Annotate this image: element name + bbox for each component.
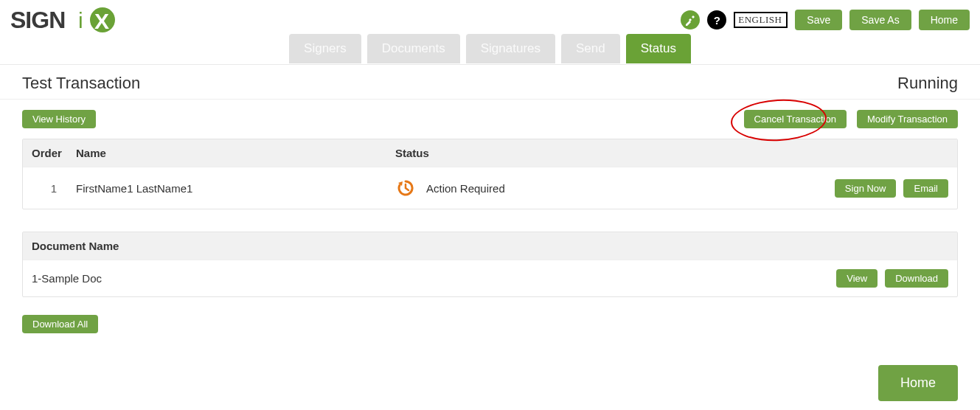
cancel-transaction-button[interactable]: Cancel Transaction <box>744 110 847 128</box>
row-order: 1 <box>32 182 76 195</box>
transaction-title: Test Transaction <box>22 74 140 93</box>
header-status: Status <box>395 147 808 159</box>
footer-home-button[interactable]: Home <box>878 365 958 401</box>
app-header: SIGN i X ? ENGLISH Save Save As Home <box>0 0 980 35</box>
logo: SIGN i X <box>10 5 121 35</box>
table-row: 1 FirstName1 LastName1 Action Required S… <box>23 167 957 209</box>
tools-icon[interactable] <box>681 10 700 29</box>
home-button[interactable]: Home <box>919 10 970 30</box>
documents-header: Document Name <box>23 232 957 260</box>
svg-text:X: X <box>94 9 109 33</box>
save-button[interactable]: Save <box>795 10 842 30</box>
documents-panel: Document Name 1-Sample Doc View Download <box>22 232 958 297</box>
save-as-button[interactable]: Save As <box>849 10 911 30</box>
view-button[interactable]: View <box>836 269 878 288</box>
language-selector[interactable]: ENGLISH <box>734 12 788 28</box>
download-button[interactable]: Download <box>885 269 948 288</box>
email-button[interactable]: Email <box>903 179 948 198</box>
header-actions-col <box>808 147 948 159</box>
document-actions: View Download <box>836 269 948 288</box>
sign-now-button[interactable]: Sign Now <box>835 179 897 198</box>
download-all-button[interactable]: Download All <box>22 315 98 333</box>
tab-signers[interactable]: Signers <box>289 34 361 63</box>
header-actions: ? ENGLISH Save Save As Home <box>681 10 970 30</box>
table-row: 1-Sample Doc View Download <box>23 260 957 296</box>
tab-signatures[interactable]: Signatures <box>466 34 555 63</box>
tab-status[interactable]: Status <box>626 34 691 63</box>
right-action-buttons: Cancel Transaction Modify Transaction <box>744 110 958 128</box>
svg-text:i: i <box>78 8 83 32</box>
page-title-row: Test Transaction Running <box>0 65 980 100</box>
row-actions: Sign Now Email <box>808 179 948 198</box>
view-history-button[interactable]: View History <box>22 110 96 128</box>
signers-panel: Order Name Status 1 FirstName1 LastName1… <box>22 139 958 209</box>
action-required-icon <box>395 178 416 198</box>
document-name: 1-Sample Doc <box>32 272 836 285</box>
signers-table-header: Order Name Status <box>23 139 957 167</box>
help-icon[interactable]: ? <box>707 10 726 29</box>
header-order: Order <box>32 147 76 159</box>
row-status: Action Required <box>395 178 808 198</box>
tab-documents[interactable]: Documents <box>367 34 460 63</box>
tab-send[interactable]: Send <box>561 34 620 63</box>
action-row: View History Cancel Transaction Modify T… <box>0 100 980 139</box>
language-label: ENGLISH <box>738 14 782 25</box>
row-status-label: Action Required <box>426 182 505 195</box>
footer-home: Home <box>878 365 958 401</box>
transaction-state: Running <box>897 74 958 93</box>
svg-text:SIGN: SIGN <box>10 7 65 33</box>
tab-bar: Signers Documents Signatures Send Status <box>0 34 980 65</box>
modify-transaction-button[interactable]: Modify Transaction <box>857 110 958 128</box>
row-name: FirstName1 LastName1 <box>76 182 395 195</box>
header-name: Name <box>76 147 395 159</box>
